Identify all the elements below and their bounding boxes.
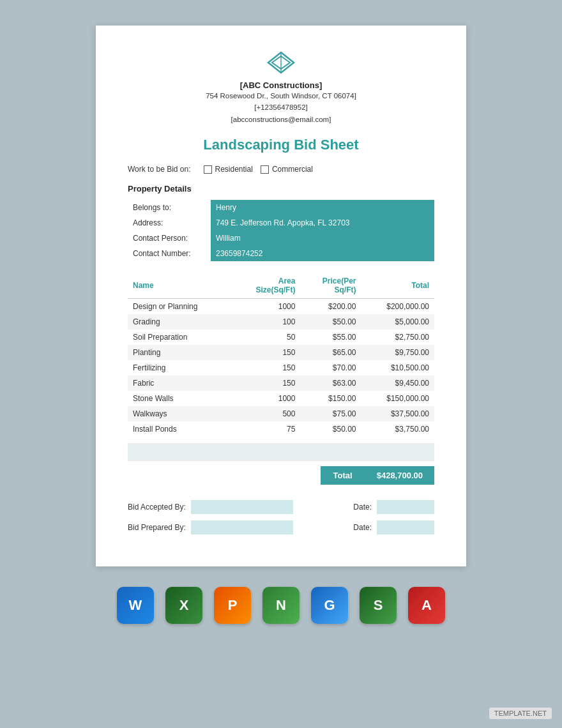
property-row: Contact Number: 23659874252 (128, 246, 434, 261)
total-value: $428,700.00 (365, 466, 434, 485)
watermark: TEMPLATE.NET (489, 708, 552, 719)
document-header: [ABC Constructions] 754 Rosewood Dr., So… (128, 51, 434, 125)
bid-accepted-label: Bid Accepted By: (128, 503, 186, 512)
item-price: $75.00 (300, 406, 361, 421)
item-area: 1000 (231, 299, 300, 315)
item-area: 150 (231, 360, 300, 375)
company-email: [abcconstructions@email.com] (128, 114, 434, 125)
item-total: $9,750.00 (361, 345, 434, 360)
table-row: Install Ponds 75 $50.00 $3,750.00 (128, 421, 434, 437)
document-page: [ABC Constructions] 754 Rosewood Dr., So… (96, 26, 466, 566)
table-row: Design or Planning 1000 $200.00 $200,000… (128, 299, 434, 315)
pages-icon[interactable]: P (214, 587, 251, 624)
date-accepted-label: Date: (353, 503, 372, 512)
col-header: Name (128, 273, 231, 299)
bid-prepared-row: Bid Prepared By: (128, 520, 293, 535)
item-price: $70.00 (300, 360, 361, 375)
item-name: Fertilizing (128, 360, 231, 375)
prop-label: Contact Number: (128, 246, 211, 261)
prop-value: 23659874252 (211, 246, 434, 261)
item-price: $50.00 (300, 421, 361, 437)
bid-prepared-input[interactable] (191, 520, 293, 535)
item-name: Planting (128, 345, 231, 360)
sig-right: Date: Date: (353, 500, 434, 535)
item-area: 50 (231, 330, 300, 345)
item-total: $150,000.00 (361, 391, 434, 406)
document-title: Landscaping Bid Sheet (128, 137, 434, 153)
gdocs-icon[interactable]: G (311, 587, 348, 624)
residential-checkbox[interactable] (204, 165, 212, 174)
table-row: Walkways 500 $75.00 $37,500.00 (128, 406, 434, 421)
numbers-icon[interactable]: N (262, 587, 300, 624)
item-name: Walkways (128, 406, 231, 421)
residential-option[interactable]: Residential (204, 165, 253, 174)
item-area: 150 (231, 375, 300, 391)
item-area: 1000 (231, 391, 300, 406)
date-prepared-input[interactable] (377, 520, 434, 535)
company-address: 754 Rosewood Dr., South Windsor, CT 0607… (128, 90, 434, 102)
item-price: $150.00 (300, 391, 361, 406)
item-price: $50.00 (300, 314, 361, 330)
item-total: $200,000.00 (361, 299, 434, 315)
total-box: Total $428,700.00 (321, 466, 434, 485)
total-label: Total (321, 466, 365, 485)
prop-value: Henry (211, 200, 434, 215)
company-phone: [+12356478952] (128, 102, 434, 113)
prop-label: Belongs to: (128, 200, 211, 215)
property-row: Contact Person: William (128, 231, 434, 246)
items-table: NameAreaSize(Sq/Ft)Price(PerSq/Ft)Total … (128, 273, 434, 437)
commercial-option[interactable]: Commercial (261, 165, 313, 174)
pdf-icon[interactable]: A (408, 587, 445, 624)
item-price: $63.00 (300, 375, 361, 391)
bid-accepted-row: Bid Accepted By: (128, 500, 293, 514)
date-prepared-row: Date: (353, 520, 434, 535)
signature-section: Bid Accepted By: Bid Prepared By: Date: … (128, 500, 434, 535)
item-name: Design or Planning (128, 299, 231, 315)
excel-icon[interactable]: X (165, 587, 202, 624)
property-row: Belongs to: Henry (128, 200, 434, 215)
item-area: 100 (231, 314, 300, 330)
sig-left: Bid Accepted By: Bid Prepared By: (128, 500, 293, 535)
company-logo (266, 51, 296, 75)
item-area: 75 (231, 421, 300, 437)
table-row: Stone Walls 1000 $150.00 $150,000.00 (128, 391, 434, 406)
items-header-row: NameAreaSize(Sq/Ft)Price(PerSq/Ft)Total (128, 273, 434, 299)
table-row: Fertilizing 150 $70.00 $10,500.00 (128, 360, 434, 375)
item-name: Grading (128, 314, 231, 330)
prop-label: Contact Person: (128, 231, 211, 246)
app-icons-bar: WXPNGSA (117, 587, 445, 624)
col-header: Total (361, 273, 434, 299)
item-area: 500 (231, 406, 300, 421)
prop-value: William (211, 231, 434, 246)
item-price: $55.00 (300, 330, 361, 345)
word-icon[interactable]: W (117, 587, 154, 624)
commercial-label: Commercial (272, 165, 313, 174)
commercial-checkbox[interactable] (261, 165, 269, 174)
property-table: Belongs to: Henry Address: 749 E. Jeffer… (128, 200, 434, 261)
item-price: $65.00 (300, 345, 361, 360)
col-header: AreaSize(Sq/Ft) (231, 273, 300, 299)
date-accepted-input[interactable] (377, 500, 434, 514)
item-name: Stone Walls (128, 391, 231, 406)
residential-label: Residential (215, 165, 253, 174)
table-row: Soil Preparation 50 $55.00 $2,750.00 (128, 330, 434, 345)
item-area: 150 (231, 345, 300, 360)
item-total: $10,500.00 (361, 360, 434, 375)
date-prepared-label: Date: (353, 523, 372, 532)
table-row: Grading 100 $50.00 $5,000.00 (128, 314, 434, 330)
table-row: Fabric 150 $63.00 $9,450.00 (128, 375, 434, 391)
bid-accepted-input[interactable] (191, 500, 293, 514)
work-type-label: Work to be Bid on: (128, 165, 191, 174)
prop-label: Address: (128, 215, 211, 231)
table-row: Planting 150 $65.00 $9,750.00 (128, 345, 434, 360)
bid-prepared-label: Bid Prepared By: (128, 523, 186, 532)
property-row: Address: 749 E. Jefferson Rd. Apopka, FL… (128, 215, 434, 231)
gsheets-icon[interactable]: S (360, 587, 397, 624)
total-section: Total $428,700.00 (128, 466, 434, 485)
item-price: $200.00 (300, 299, 361, 315)
work-type-section: Work to be Bid on: Residential Commercia… (128, 165, 434, 174)
item-total: $9,450.00 (361, 375, 434, 391)
item-name: Soil Preparation (128, 330, 231, 345)
property-section-title: Property Details (128, 184, 434, 193)
item-name: Install Ponds (128, 421, 231, 437)
